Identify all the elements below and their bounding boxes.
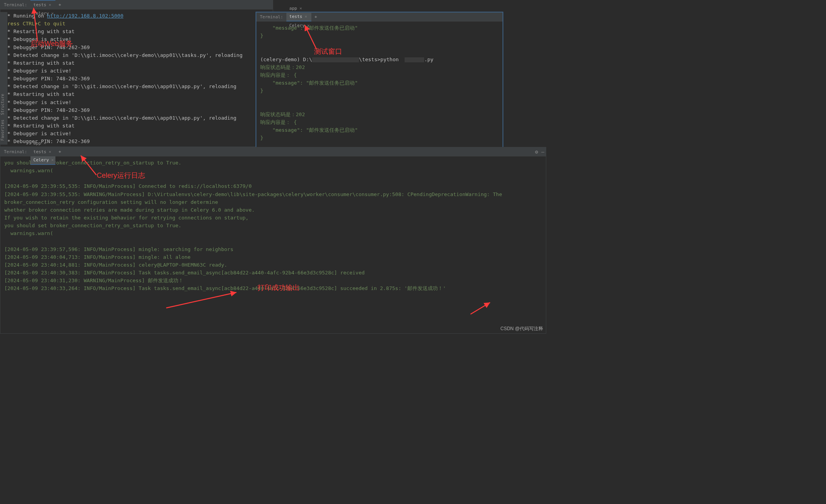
tab-label: app — [34, 141, 41, 146]
terminal-line: } — [260, 87, 499, 95]
terminal-tabbar: Terminal: app×tests×Celery× + — [256, 12, 503, 22]
annotation-text: Celery运行日志 — [97, 171, 145, 180]
tab-label: tests — [290, 14, 302, 19]
terminal-line — [260, 95, 499, 103]
close-icon[interactable]: × — [43, 141, 46, 146]
terminal-line: 响应状态码是：202 — [260, 64, 499, 71]
annotation-arrow — [78, 153, 99, 179]
terminal-line: "message": "邮件发送任务已启动" — [260, 24, 499, 32]
terminal-output-tests[interactable]: "message": "邮件发送任务已启动"} (celery-demo) D:… — [256, 22, 503, 144]
terminal-line: } — [260, 134, 499, 142]
terminal-line: * Detected change in 'D:\\git.imooc\\cel… — [4, 51, 269, 59]
terminal-line: } — [260, 32, 499, 40]
terminal-label: Terminal: — [258, 14, 286, 19]
terminal-tab-app[interactable]: app× — [30, 139, 55, 148]
terminal-line — [4, 237, 542, 245]
svg-line-4 — [471, 302, 490, 314]
terminal-line: * Debugger is active! — [4, 130, 269, 138]
terminal-line: * Restarting with stat — [4, 59, 269, 67]
terminal-line: * Debugger is active! — [4, 99, 269, 106]
terminal-line: If you wish to retain the existing behav… — [4, 214, 542, 222]
terminal-line: * Debugger PIN: 748-262-369 — [4, 106, 269, 114]
terminal-line: [2024-05-09 23:39:55,535: INFO/MainProce… — [4, 182, 542, 190]
svg-line-1 — [305, 25, 316, 49]
terminal-line: you should set broker_connection_retry_o… — [4, 222, 542, 230]
terminal-line — [260, 40, 499, 48]
terminal-line: * Debugger is active! — [4, 67, 269, 75]
tab-add-button[interactable]: + — [55, 2, 64, 7]
terminal-line: [2024-05-09 23:39:57,596: INFO/MainProce… — [4, 246, 542, 253]
terminal-line: * Debugger PIN: 748-262-369 — [4, 75, 269, 83]
terminal-line: * Restarting with stat — [4, 90, 269, 98]
terminal-line: * Restarting with stat — [4, 122, 269, 130]
sidebar-structure[interactable]: Structure — [0, 94, 7, 115]
close-icon[interactable]: × — [305, 14, 307, 19]
tab-add-button[interactable]: + — [55, 149, 64, 154]
terminal-panel-tests: Terminal: app×tests×Celery× + "message":… — [256, 12, 503, 152]
annotation-text: 打印成功输出 — [258, 283, 300, 292]
watermark: CSDN @代码写注释 — [500, 325, 543, 332]
terminal-line: 响应状态码是：202 — [260, 111, 499, 118]
annotation-text: 启动Web服务 — [30, 39, 73, 48]
sidebar-favorites[interactable]: Favorites — [0, 120, 7, 141]
terminal-tab-tests[interactable]: tests× — [30, 148, 55, 156]
minimize-icon[interactable]: — — [541, 149, 544, 155]
terminal-line: Press CTRL+C to quit — [4, 20, 269, 28]
terminal-line: "message": "邮件发送任务已启动" — [260, 79, 499, 87]
terminal-line: (celery-demo) D:\\tests>python .py — [260, 56, 499, 64]
annotation-text: 测试窗口 — [314, 47, 342, 56]
svg-line-3 — [166, 292, 236, 308]
terminal-line: [2024-05-09 23:40:04,713: INFO/MainProce… — [4, 253, 542, 261]
terminal-line: [2024-05-09 23:40:30,383: INFO/MainProce… — [4, 269, 542, 277]
terminal-line: whether broker connection retries are ma… — [4, 206, 542, 214]
tab-label: app — [290, 6, 297, 11]
close-icon[interactable]: × — [299, 6, 302, 11]
terminal-line — [260, 48, 499, 55]
tab-label: tests — [34, 149, 46, 154]
terminal-panel-app: Favorites Structure Terminal: app×tests×… — [0, 0, 273, 147]
terminal-tabbar: Terminal: app×tests×Celery× + — [0, 0, 273, 10]
terminal-output-app[interactable]: * Running on http://192.168.8.102:5000Pr… — [0, 10, 273, 148]
tool-window-sidebar: Favorites Structure — [0, 12, 7, 145]
terminal-line — [260, 103, 499, 110]
terminal-label: Terminal: — [2, 2, 30, 7]
close-icon[interactable]: × — [51, 157, 54, 163]
svg-line-2 — [81, 156, 96, 175]
terminal-tab-app[interactable]: app× — [286, 4, 311, 13]
tab-add-button[interactable]: + — [311, 14, 320, 19]
terminal-tab-tests[interactable]: tests× — [286, 13, 311, 21]
terminal-line: * Detected change in 'D:\\git.imooc\\cel… — [4, 114, 269, 122]
terminal-line: * Running on http://192.168.8.102:5000 — [4, 12, 269, 20]
svg-line-0 — [34, 8, 37, 41]
terminal-line: warnings.warn( — [4, 230, 542, 237]
terminal-line: * Restarting with stat — [4, 28, 269, 35]
terminal-line: 响应内容是： { — [260, 118, 499, 126]
terminal-line: * Detected change in 'D:\\git.imooc\\cel… — [4, 83, 269, 90]
tab-label: Celery — [34, 157, 49, 163]
close-icon[interactable]: × — [49, 2, 52, 7]
terminal-tab-celery[interactable]: Celery× — [30, 156, 55, 165]
close-icon[interactable]: × — [49, 149, 52, 154]
terminal-label: Terminal: — [2, 149, 30, 154]
gear-icon[interactable]: ⚙ — [535, 149, 538, 155]
terminal-line: [2024-05-09 23:39:55,535: WARNING/MainPr… — [4, 191, 542, 206]
terminal-line: 响应内容是： { — [260, 71, 499, 79]
annotation-arrow — [468, 300, 492, 318]
annotation-arrow — [164, 290, 239, 311]
terminal-line: [2024-05-09 23:40:14,881: INFO/MainProce… — [4, 261, 542, 269]
terminal-line: "message": "邮件发送任务已启动" — [260, 126, 499, 134]
